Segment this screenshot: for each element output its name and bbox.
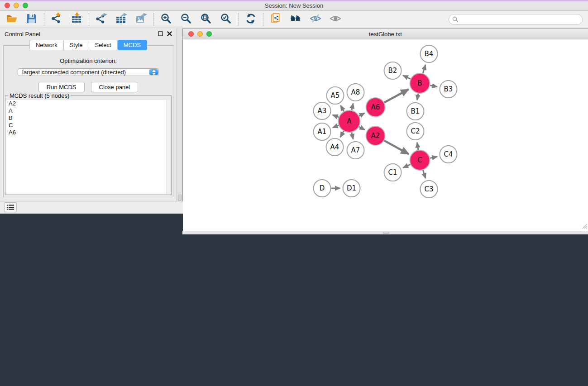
mcds-result-item[interactable]: C: [6, 122, 170, 129]
zoom-fit-button[interactable]: [200, 13, 212, 26]
graph-node-A8[interactable]: A8: [347, 84, 364, 101]
import-network-button[interactable]: [50, 13, 63, 26]
search-field-wrap: [449, 14, 583, 25]
graph-node-C3[interactable]: C3: [421, 181, 438, 198]
mcds-result-title: MCDS result (5 nodes): [8, 92, 71, 99]
graph-node-A4[interactable]: A4: [326, 138, 344, 156]
graph-edge-A-A2[interactable]: [359, 127, 365, 130]
graph-node-B4[interactable]: B4: [421, 45, 438, 62]
search-input[interactable]: [449, 14, 583, 25]
svg-text:B3: B3: [444, 85, 453, 93]
zoom-in-button[interactable]: [160, 13, 172, 26]
tab-style[interactable]: Style: [64, 40, 89, 50]
graph-node-B[interactable]: B: [410, 73, 430, 93]
divider-grip[interactable]: [178, 195, 182, 201]
svg-text:D: D: [320, 184, 325, 192]
graph-node-A5[interactable]: A5: [327, 87, 344, 104]
network-from-selection-button[interactable]: [269, 13, 282, 26]
desktop-background: [0, 214, 588, 386]
vertical-split-divider[interactable]: [177, 28, 182, 201]
graph-node-B3[interactable]: B3: [440, 81, 457, 98]
first-neighbors-button[interactable]: [289, 13, 302, 26]
horizontal-split-divider[interactable]: [182, 231, 588, 234]
task-history-button[interactable]: [4, 202, 17, 212]
graph-edge-A-A5[interactable]: [340, 105, 344, 111]
tab-select[interactable]: Select: [89, 40, 118, 50]
run-mcds-button[interactable]: Run MCDS: [38, 82, 85, 92]
network-view-window: testGlobe.txt B4B2BB3A5A8A6B1A3AA1C2A2A4…: [182, 28, 588, 231]
save-session-button[interactable]: [25, 13, 38, 26]
import-table-button[interactable]: [70, 13, 83, 26]
graph-node-B1[interactable]: B1: [407, 103, 424, 120]
mcds-result-item[interactable]: A6: [6, 129, 170, 136]
graph-edge-C-C4[interactable]: [430, 157, 437, 158]
control-panel-title: Control Panel: [5, 31, 40, 38]
divider-grip[interactable]: [383, 232, 389, 234]
zoom-fit-icon: [200, 13, 212, 26]
refresh-network-button[interactable]: [244, 13, 257, 26]
graph-edge-B-B1[interactable]: [417, 94, 418, 100]
graph-edge-B-B3[interactable]: [430, 86, 437, 87]
graph-edge-A-A6[interactable]: [359, 113, 365, 116]
graph-edge-B-B2[interactable]: [403, 76, 411, 79]
graph-edge-A-A7[interactable]: [352, 132, 353, 139]
graph-edge-C-C2[interactable]: [417, 143, 418, 150]
hide-selected-button[interactable]: [309, 13, 322, 26]
tab-mcds[interactable]: MCDS: [118, 40, 147, 50]
mcds-result-item[interactable]: A: [6, 107, 170, 114]
graph-node-D[interactable]: D: [314, 180, 331, 197]
close-panel-icon[interactable]: [167, 31, 172, 38]
select-stepper-icon: [149, 69, 158, 75]
mcds-result-item[interactable]: B: [6, 114, 170, 122]
graph-node-A3[interactable]: A3: [314, 102, 331, 119]
tab-network[interactable]: Network: [29, 40, 64, 50]
svg-text:A6: A6: [371, 103, 380, 111]
export-network-icon: [96, 13, 107, 26]
window-resize-grip[interactable]: [581, 222, 588, 230]
show-all-button[interactable]: [329, 13, 342, 26]
graph-edge-C-C3[interactable]: [423, 170, 425, 178]
svg-text:A7: A7: [351, 146, 360, 154]
open-file-button[interactable]: [5, 13, 18, 26]
application-window: Session: New Session Control Panel Netwo…: [0, 0, 588, 386]
graph-node-C2[interactable]: C2: [407, 123, 424, 140]
zoom-selected-button[interactable]: [220, 13, 232, 26]
graph-edge-A-A3[interactable]: [333, 115, 339, 117]
graph-node-A[interactable]: A: [339, 110, 360, 132]
graph-edge-A6-B[interactable]: [384, 89, 409, 102]
graph-node-C[interactable]: C: [410, 150, 430, 170]
svg-text:C3: C3: [424, 185, 433, 193]
zoom-in-icon: [160, 13, 172, 26]
graph-node-A1[interactable]: A1: [314, 123, 331, 140]
export-image-button[interactable]: [135, 13, 148, 26]
close-panel-button[interactable]: Close panel: [91, 82, 139, 92]
export-network-button[interactable]: [95, 13, 108, 26]
graph-edge-A-A1[interactable]: [333, 125, 339, 128]
save-session-icon: [26, 13, 38, 26]
graph-node-A2[interactable]: A2: [366, 126, 385, 145]
graph-node-A7[interactable]: A7: [347, 142, 364, 159]
graph-node-D1[interactable]: D1: [343, 180, 360, 197]
mcds-result-item[interactable]: A2: [6, 100, 170, 107]
graph-edge-B-B4[interactable]: [423, 65, 425, 73]
graph-node-C4[interactable]: C4: [440, 146, 457, 163]
network-graph[interactable]: B4B2BB3A5A8A6B1A3AA1C2A2A4A7C4CC1C3DD1: [183, 39, 588, 231]
main-area: Control Panel NetworkStyleSelectMCDS Opt…: [0, 28, 588, 201]
export-table-button[interactable]: [115, 13, 128, 26]
svg-text:A3: A3: [318, 107, 327, 115]
graph-node-B2[interactable]: B2: [384, 62, 402, 79]
graph-edge-A-A4[interactable]: [340, 131, 344, 137]
graph-edge-C-C1[interactable]: [403, 164, 410, 167]
graph-edge-A2-C[interactable]: [384, 141, 409, 154]
right-column: testGlobe.txt B4B2BB3A5A8A6B1A3AA1C2A2A4…: [182, 28, 588, 201]
list-scrollbar[interactable]: [166, 100, 170, 194]
graph-node-C1[interactable]: C1: [384, 164, 402, 181]
float-panel-icon[interactable]: [158, 31, 163, 38]
mcds-result-box: MCDS result (5 nodes) A2ABCA6: [5, 92, 172, 195]
optimization-criterion-select[interactable]: largest connected component (directed): [18, 68, 159, 76]
network-canvas[interactable]: B4B2BB3A5A8A6B1A3AA1C2A2A4A7C4CC1C3DD1: [183, 39, 588, 231]
graph-node-A6[interactable]: A6: [366, 98, 385, 117]
zoom-out-button[interactable]: [180, 13, 192, 26]
graph-edge-A-A8[interactable]: [352, 103, 353, 110]
toolbar-separator: [44, 13, 44, 26]
